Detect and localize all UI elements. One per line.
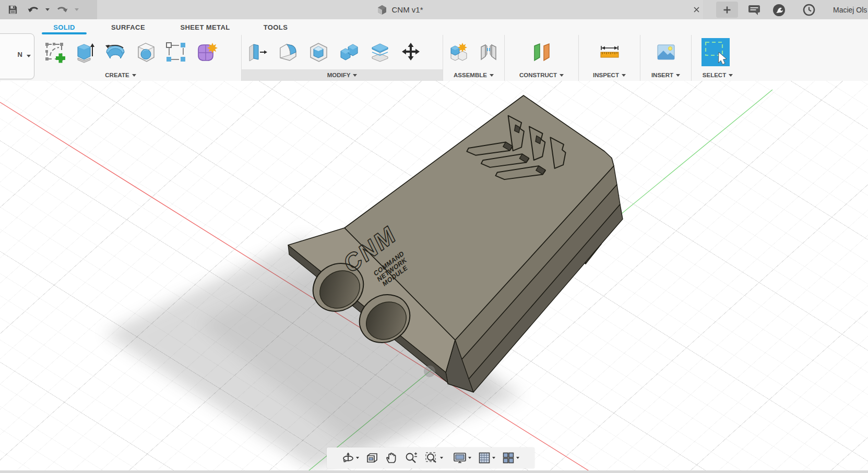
shell-icon: [307, 41, 330, 64]
account-menu[interactable]: Maciej Ols: [833, 0, 868, 19]
tab-solid[interactable]: SOLID: [35, 19, 93, 35]
ribbon: SOLID SURFACE SHEET METAL TOOLS N: [0, 19, 868, 81]
toolbar-groups: CREATE: [0, 35, 868, 81]
create-sketch-icon: [43, 41, 66, 64]
zoom-icon: [405, 452, 418, 464]
chevron-down-icon: [622, 74, 626, 77]
look-at-button[interactable]: [364, 451, 380, 465]
chevron-down-icon: [356, 457, 359, 459]
chevron-down-icon: [729, 74, 733, 77]
insert-menu[interactable]: INSERT: [640, 69, 691, 81]
display-settings-button[interactable]: [451, 451, 473, 465]
orbit-icon: [342, 452, 354, 464]
bottom-edge-strip: [0, 470, 868, 473]
create-form-button[interactable]: [194, 40, 218, 64]
inspect-menu[interactable]: INSPECT: [579, 69, 640, 81]
shell-button[interactable]: [306, 40, 330, 64]
hole-icon: [134, 41, 157, 64]
recent-activity-button[interactable]: [802, 3, 816, 17]
undo-icon: [27, 5, 40, 15]
extrude-button[interactable]: [73, 40, 97, 64]
press-pull-button[interactable]: [245, 40, 269, 64]
close-tab-button[interactable]: [691, 4, 701, 15]
rectangular-pattern-icon: [164, 41, 187, 64]
orbit-button[interactable]: [340, 451, 361, 465]
construct-menu[interactable]: CONSTRUCT: [505, 69, 578, 81]
new-component-button[interactable]: [447, 40, 471, 64]
assemble-menu[interactable]: ASSEMBLE: [443, 69, 504, 81]
viewports-icon: [502, 452, 515, 464]
redo-button[interactable]: [53, 0, 71, 19]
clock-icon: [803, 4, 815, 16]
group-inspect: INSPECT: [578, 35, 640, 81]
scene-3d: CNM COMMAND NETWORK MODULE: [0, 81, 868, 473]
hole-button[interactable]: [134, 40, 158, 64]
group-assemble: ASSEMBLE: [443, 35, 504, 81]
revolve-icon: [103, 41, 127, 64]
undo-dropdown[interactable]: [42, 0, 53, 19]
extrude-icon: [74, 41, 97, 64]
plus-icon: [723, 6, 731, 14]
construction-plane-icon: [530, 41, 553, 64]
pan-button[interactable]: [384, 451, 399, 465]
grid-and-snaps-button[interactable]: [477, 451, 497, 465]
press-pull-icon: [245, 41, 268, 64]
group-construct: CONSTRUCT: [504, 35, 578, 81]
save-button[interactable]: [0, 0, 25, 19]
revolve-button[interactable]: [103, 40, 127, 64]
assistant-button[interactable]: [772, 3, 786, 17]
fillet-icon: [276, 41, 299, 64]
rectangular-pattern-button[interactable]: [164, 40, 188, 64]
quick-access-toolbar: [0, 0, 97, 19]
construction-plane-button[interactable]: [530, 40, 554, 64]
offset-face-icon: [368, 41, 391, 64]
fit-zoom-window-button[interactable]: [423, 451, 445, 465]
create-sketch-button[interactable]: [43, 40, 67, 64]
fillet-button[interactable]: [276, 40, 300, 64]
redo-dropdown[interactable]: [71, 0, 82, 19]
username-text: Maciej Ols: [833, 6, 867, 14]
comments-button[interactable]: [747, 3, 761, 17]
select-button[interactable]: [701, 38, 730, 67]
group-select: SELECT: [691, 35, 868, 81]
zoom-button[interactable]: [403, 451, 420, 465]
new-tab-button[interactable]: [716, 2, 738, 18]
display-settings-icon: [453, 452, 467, 464]
combine-button[interactable]: [337, 40, 361, 64]
tab-tools[interactable]: TOOLS: [247, 19, 304, 35]
document-tab[interactable]: CNM v1*: [97, 0, 703, 19]
chevron-down-icon: [75, 8, 79, 11]
insert-canvas-button[interactable]: [654, 40, 678, 64]
modify-menu[interactable]: MODIFY: [242, 69, 443, 81]
chevron-down-icon: [468, 457, 471, 459]
combine-icon: [338, 41, 361, 64]
redo-icon: [56, 5, 68, 15]
ribbon-tabs: SOLID SURFACE SHEET METAL TOOLS: [0, 19, 304, 35]
origin-point: [424, 366, 435, 377]
comment-icon: [748, 4, 760, 16]
group-modify: MODIFY: [241, 35, 443, 81]
group-create: CREATE: [0, 35, 241, 81]
new-component-icon: [448, 41, 471, 64]
group-insert: INSERT: [640, 35, 691, 81]
viewports-button[interactable]: [501, 451, 521, 465]
move-icon: [399, 41, 422, 64]
view-navigation-bar: [327, 447, 534, 468]
viewport-canvas[interactable]: CNM COMMAND NETWORK MODULE: [0, 81, 868, 473]
title-bar: CNM v1*: [0, 0, 868, 19]
chevron-down-icon: [353, 74, 357, 77]
create-form-icon: [194, 41, 218, 64]
select-menu[interactable]: SELECT: [692, 69, 744, 81]
save-icon: [7, 4, 18, 15]
create-menu[interactable]: CREATE: [0, 69, 241, 81]
undo-button[interactable]: [25, 0, 42, 19]
tab-sheet-metal[interactable]: SHEET METAL: [163, 19, 247, 35]
offset-face-button[interactable]: [368, 40, 392, 64]
joint-button[interactable]: [477, 40, 501, 64]
measure-button[interactable]: [598, 40, 622, 64]
move-copy-button[interactable]: [399, 40, 423, 64]
grid-icon: [478, 452, 491, 464]
fusion-window: CNM v1*: [0, 0, 868, 473]
tab-surface[interactable]: SURFACE: [93, 19, 163, 35]
select-icon: [701, 38, 730, 66]
